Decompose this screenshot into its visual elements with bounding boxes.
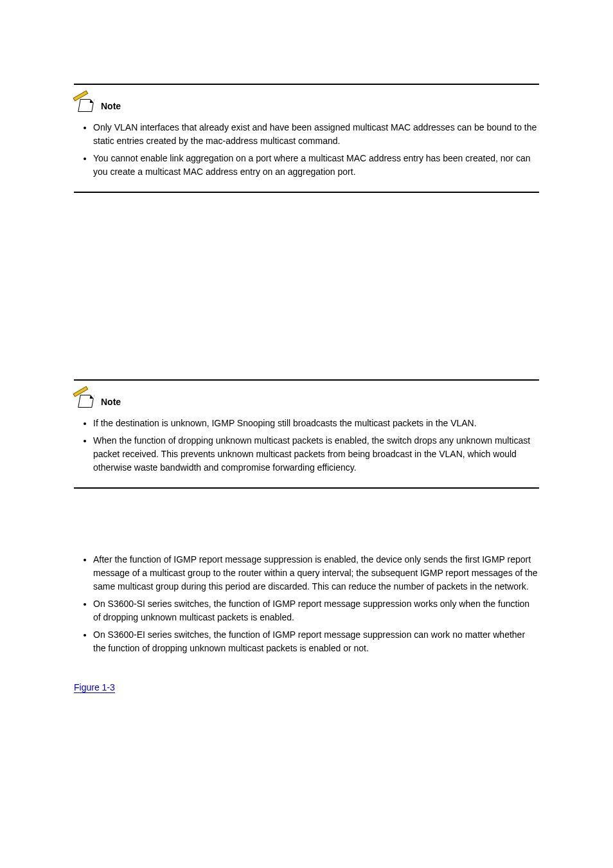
figure-reference: Figure 1-3 [74, 681, 539, 694]
note-heading: Note [74, 393, 539, 410]
note-label: Note [101, 100, 121, 113]
note-icon [74, 98, 97, 114]
note-list-2: If the destination is unknown, IGMP Snoo… [74, 417, 539, 475]
horizontal-rule [74, 84, 539, 85]
horizontal-rule [74, 379, 539, 381]
horizontal-rule [74, 487, 539, 489]
list-item: On S3600-SI series switches, the functio… [93, 597, 539, 624]
list-item: You cannot enable link aggregation on a … [93, 152, 539, 179]
horizontal-rule [74, 192, 539, 193]
figure-link[interactable]: Figure 1-3 [74, 682, 115, 693]
note-label: Note [101, 395, 121, 409]
list-item: If the destination is unknown, IGMP Snoo… [93, 417, 539, 430]
note-icon [74, 393, 97, 410]
body-list: After the function of IGMP report messag… [74, 553, 539, 655]
note-heading: Note [74, 98, 539, 114]
list-item: After the function of IGMP report messag… [93, 553, 539, 593]
list-item: Only VLAN interfaces that already exist … [93, 121, 539, 148]
list-item: When the function of dropping unknown mu… [93, 434, 539, 475]
note-list-1: Only VLAN interfaces that already exist … [74, 121, 539, 179]
list-item: On S3600-EI series switches, the functio… [93, 628, 539, 655]
